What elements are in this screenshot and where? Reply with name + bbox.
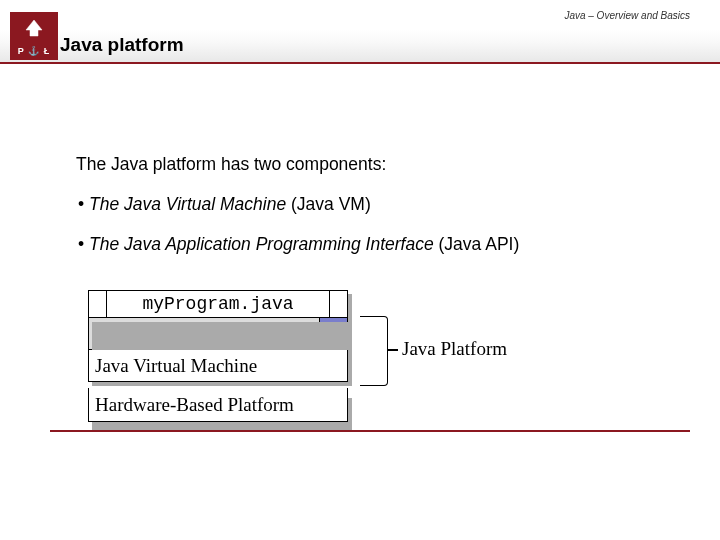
bullet-dot: • <box>78 194 89 214</box>
bullet-1: • The Java Virtual Machine (Java VM) <box>78 190 676 218</box>
logo-letters: P ⚓ Ł <box>18 46 50 56</box>
box-hardware-platform: Hardware-Based Platform <box>88 388 348 422</box>
bullet-dot: • <box>78 234 89 254</box>
content-area: The Java platform has two components: • … <box>76 150 676 270</box>
bracket-label: Java Platform <box>402 338 507 360</box>
bracket-icon <box>360 316 388 386</box>
bullet-italic: The Java Application Programming Interfa… <box>89 234 434 254</box>
platform-diagram: myProgram.java Java API Java Virtual Mac… <box>88 290 348 422</box>
header-breadcrumb: Java – Overview and Basics <box>564 10 690 21</box>
box-myprogram: myProgram.java <box>88 290 348 318</box>
bracket-tip-icon <box>388 349 398 351</box>
intro-text: The Java platform has two components: <box>76 150 676 178</box>
bullet-rest: (Java VM) <box>286 194 371 214</box>
bullet-italic: The Java Virtual Machine <box>89 194 286 214</box>
footer-divider <box>50 430 690 432</box>
bullet-2: • The Java Application Programming Inter… <box>78 230 676 258</box>
institution-logo: P ⚓ Ł <box>10 12 58 60</box>
logo-graphic-icon <box>24 18 44 38</box>
box-hardware-label: Hardware-Based Platform <box>95 394 294 416</box>
box-myprogram-label: myProgram.java <box>107 294 329 314</box>
box-java-vm: Java Virtual Machine <box>88 350 348 382</box>
bullet-rest: (Java API) <box>434 234 520 254</box>
box-java-vm-label: Java Virtual Machine <box>95 355 257 377</box>
diagram-stack: myProgram.java Java API Java Virtual Mac… <box>88 290 348 422</box>
page-title: Java platform <box>60 34 184 56</box>
